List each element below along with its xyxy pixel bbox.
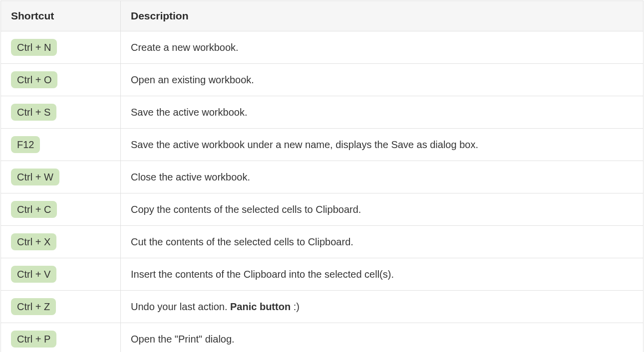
table-row: F12 Save the active workbook under a new… (1, 129, 644, 161)
shortcut-cell: Ctrl + W (1, 161, 121, 193)
description-cell: Copy the contents of the selected cells … (121, 193, 644, 226)
shortcut-key-badge: Ctrl + C (11, 201, 57, 218)
description-cell: Save the active workbook under a new nam… (121, 129, 644, 161)
shortcut-cell: Ctrl + X (1, 226, 121, 258)
table-row: Ctrl + O Open an existing workbook. (1, 64, 644, 96)
shortcut-cell: Ctrl + Z (1, 291, 121, 323)
description-cell: Open an existing workbook. (121, 64, 644, 96)
shortcuts-table: Shortcut Description Ctrl + N Create a n… (0, 0, 644, 352)
header-description: Description (121, 1, 644, 31)
shortcut-cell: F12 (1, 129, 121, 161)
table-header-row: Shortcut Description (1, 1, 644, 31)
table-row: Ctrl + V Insert the contents of the Clip… (1, 258, 644, 291)
table-row: Ctrl + Z Undo your last action. Panic bu… (1, 291, 644, 323)
shortcut-cell: Ctrl + O (1, 64, 121, 96)
shortcut-key-badge: Ctrl + N (11, 39, 57, 56)
description-cell: Create a new workbook. (121, 31, 644, 64)
description-text-pre: Undo your last action. (131, 301, 230, 312)
header-shortcut: Shortcut (1, 1, 121, 31)
description-text-strong: Panic button (230, 301, 291, 312)
table-row: Ctrl + P Open the "Print" dialog. (1, 323, 644, 352)
shortcut-key-badge: Ctrl + S (11, 104, 56, 121)
description-cell: Open the "Print" dialog. (121, 323, 644, 352)
description-cell: Undo your last action. Panic button :) (121, 291, 644, 323)
description-cell: Save the active workbook. (121, 96, 644, 129)
description-cell: Close the active workbook. (121, 161, 644, 193)
shortcut-cell: Ctrl + P (1, 323, 121, 352)
shortcut-key-badge: Ctrl + O (11, 71, 57, 88)
table-row: Ctrl + W Close the active workbook. (1, 161, 644, 193)
table-row: Ctrl + C Copy the contents of the select… (1, 193, 644, 226)
shortcut-cell: Ctrl + V (1, 258, 121, 291)
shortcut-key-badge: Ctrl + W (11, 169, 59, 185)
table-row: Ctrl + N Create a new workbook. (1, 31, 644, 64)
shortcut-key-badge: Ctrl + V (11, 266, 56, 283)
shortcut-key-badge: Ctrl + P (11, 331, 56, 348)
shortcut-key-badge: F12 (11, 136, 40, 153)
table-row: Ctrl + X Cut the contents of the selecte… (1, 226, 644, 258)
description-cell: Insert the contents of the Clipboard int… (121, 258, 644, 291)
shortcut-cell: Ctrl + N (1, 31, 121, 64)
shortcut-cell: Ctrl + S (1, 96, 121, 129)
shortcut-key-badge: Ctrl + Z (11, 298, 56, 315)
description-cell: Cut the contents of the selected cells t… (121, 226, 644, 258)
table-row: Ctrl + S Save the active workbook. (1, 96, 644, 129)
description-text-post: :) (291, 301, 300, 312)
shortcut-cell: Ctrl + C (1, 193, 121, 226)
shortcut-key-badge: Ctrl + X (11, 233, 56, 250)
